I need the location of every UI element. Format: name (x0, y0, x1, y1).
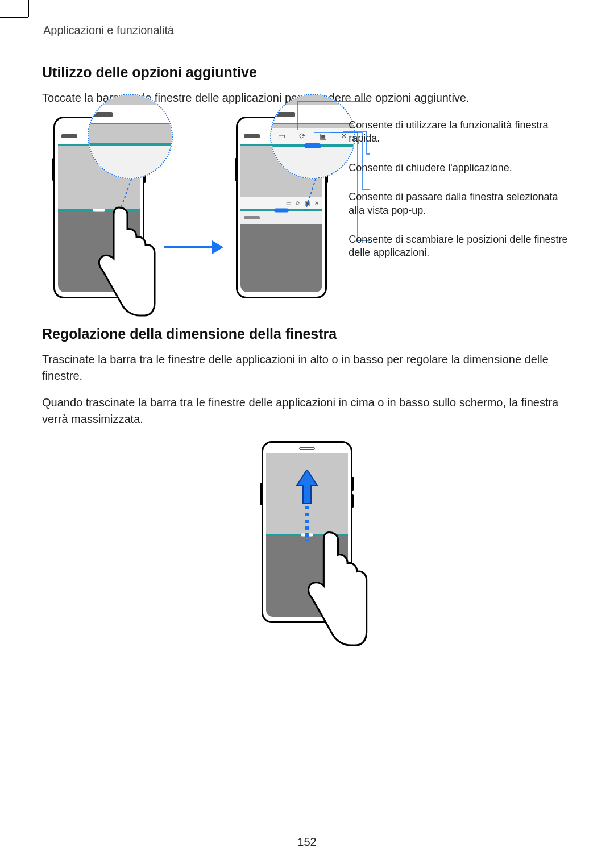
swap-windows-icon: ⟳ (299, 131, 306, 140)
svg-marker-1 (212, 240, 223, 254)
figure-resize (42, 441, 572, 623)
heading-resize-window: Regolazione della dimensione della fines… (42, 326, 572, 342)
breadcrumb: Applicazioni e funzionalità (43, 24, 572, 37)
magnifier-zoom-1 (88, 94, 173, 179)
heading-additional-options: Utilizzo delle opzioni aggiuntive (42, 64, 572, 81)
callout-swap-windows: Consente di scambiare le posizioni delle… (344, 233, 572, 260)
paragraph-resize-2: Quando trascinate la barra tra le finest… (42, 394, 572, 427)
magnifier-zoom-2: ▭ ⟳ ▣ ✕ (270, 94, 355, 179)
figure-phone-tap (53, 117, 151, 298)
paragraph-resize-1: Trascinate la barra tra le finestre dell… (42, 351, 572, 384)
arrow-up-icon (296, 470, 318, 538)
svg-marker-2 (297, 470, 317, 504)
snap-window-icon: ▭ (286, 200, 291, 206)
swap-windows-icon: ⟳ (296, 200, 300, 206)
popup-view-icon: ▣ (320, 131, 327, 140)
callout-popup-view: Consente di passare dalla finestra selez… (344, 190, 572, 217)
callout-snap-window: Consente di utilizzare la funzionalità f… (344, 119, 572, 146)
callout-close-app: Consente di chiudere l'applicazione. (344, 161, 572, 175)
figure-options-row: ▭ ⟳ ▣ ✕ ▭ ⟳ ▣ ✕ (53, 117, 572, 298)
page-content: Applicazioni e funzionalità Utilizzo del… (0, 0, 614, 667)
snap-window-icon: ▭ (278, 131, 285, 140)
figure-phone-options: ▭ ⟳ ▣ ✕ ▭ ⟳ ▣ ✕ (236, 117, 333, 298)
callout-column: Consente di utilizzare la funzionalità f… (344, 117, 572, 276)
page-number: 152 (0, 836, 614, 849)
crop-mark-horizontal (0, 17, 28, 18)
close-app-icon: ✕ (314, 200, 319, 206)
arrow-right-icon (162, 236, 225, 259)
crop-mark-vertical (28, 0, 29, 17)
